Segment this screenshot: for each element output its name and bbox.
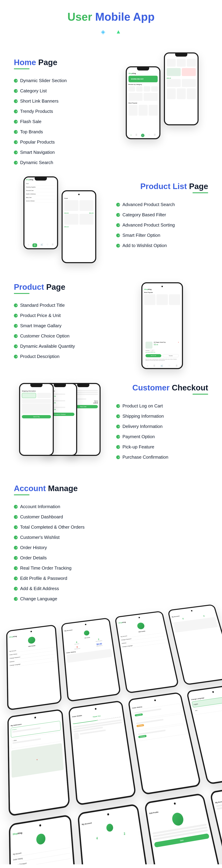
phone-mockup: My Account Will Smith 4Total Orders 2Tot… xyxy=(61,618,121,702)
save-pay-button: Save & Pay xyxy=(22,415,51,418)
product-phones: ShopKing Most Popular Dr Pepper Soda Pop… xyxy=(116,282,208,369)
list-item: Category List xyxy=(14,86,106,96)
checkout-features: Product Log on Cart Shipping Information… xyxy=(116,401,208,462)
list-item: Customer's Wishlist xyxy=(14,532,118,542)
phone-mockup: ShopKing Will Smith My Account Order His… xyxy=(6,624,62,711)
phone-mockup: ShopKing Most Popular Dr Pepper Soda Pop… xyxy=(141,282,183,369)
favorite-button: Favorite xyxy=(163,354,179,357)
list-item: Dynamic Search xyxy=(14,157,106,168)
home-content: Home Page Dynamic Slider Section Categor… xyxy=(14,58,106,168)
checkout-content: Customer Checkout Product Log on Cart Sh… xyxy=(116,383,208,462)
list-item: Product Description xyxy=(14,351,106,362)
list-item: Advanced Product Search xyxy=(116,199,208,210)
list-item: Flash Sale xyxy=(14,117,106,127)
product-content: Product Page Standard Product Title Prod… xyxy=(14,282,106,362)
platform-icons: ◈ ▲ xyxy=(0,28,222,35)
home-features: Dynamic Slider Section Category List Sho… xyxy=(14,75,106,168)
list-item: Category Based Filter xyxy=(116,210,208,220)
product-list-phones: ShopKing Food Cleaning Supplies Personal… xyxy=(14,182,106,268)
list-item: Dynamic Available Quantity xyxy=(14,341,106,351)
product-list-features: Advanced Product Search Category Based F… xyxy=(116,199,208,251)
phone-mockup: ShopKing Will Smith My Account Change Pa… xyxy=(115,611,179,694)
home-section: Home Page Dynamic Slider Section Categor… xyxy=(0,51,222,175)
home-title: Home Page xyxy=(14,58,106,69)
product-list-title: Product List Page xyxy=(116,182,208,193)
account-phones-grid: ShopKing Will Smith My Account Order His… xyxy=(0,597,222,864)
phone-mockup: Food $43.20$64.20 $52.10 xyxy=(62,190,96,263)
list-item: Trendy Products xyxy=(14,106,106,117)
android-icon: ▲ xyxy=(116,28,121,35)
phone-mockup: Shipping Information Save & Pay xyxy=(19,383,54,456)
list-item: Shipping Information xyxy=(116,411,208,421)
list-item: Popular Products xyxy=(14,137,106,147)
list-item: Account Information xyxy=(14,501,118,512)
product-list-section: Product List Page Advanced Product Searc… xyxy=(0,175,222,275)
phone-mockup: ShopKing Food Cleaning Supplies Personal… xyxy=(24,176,58,249)
list-item: Smart Navigation xyxy=(14,147,106,157)
list-item: Add to Wishlist Option xyxy=(116,241,208,251)
product-section: Product Page Standard Product Title Prod… xyxy=(0,275,222,376)
list-item: Purchase Confirmation xyxy=(116,452,208,462)
list-item: Payment Option xyxy=(116,432,208,442)
product-title: Product Page xyxy=(14,282,106,294)
list-item: Advanced Product Sorting xyxy=(116,220,208,230)
phone-mockup: ShopKing My Account Order History Change… xyxy=(9,814,81,864)
home-phones: ShopKing SAVING BIG DAY Browse by Catego… xyxy=(116,58,208,145)
list-item: Customer Choice Option xyxy=(14,331,106,341)
add-to-cart-button: Add To Cart xyxy=(146,354,161,357)
flutter-icon: ◈ xyxy=(101,28,105,35)
title-word-2: Mobile App xyxy=(95,10,155,23)
title-word-1: User xyxy=(67,10,92,23)
list-item: Short Link Banners xyxy=(14,96,106,106)
product-features: Standard Product Title Product Price & U… xyxy=(14,300,106,362)
list-item: Customer Dashboard xyxy=(14,512,118,522)
phone-mockup: Edit Profile Save xyxy=(144,793,222,864)
phone-mockup: My Addresses ● Home ○ Office 📍 xyxy=(7,709,70,817)
checkout-phones: Shipping Information Save & Pay Shopping… xyxy=(14,383,106,470)
phone-mockup: My Account 4 2 xyxy=(77,803,156,864)
account-features: Account Information Customer Dashboard T… xyxy=(14,501,118,604)
list-item: Top Brands xyxy=(14,127,106,137)
main-title: User Mobile App xyxy=(0,10,222,23)
list-item: Delivery Information xyxy=(116,421,208,432)
checkout-title: Customer Checkout xyxy=(116,383,208,395)
list-item: Pick-up Feature xyxy=(116,442,208,452)
phone-banner: SAVING BIG DAY xyxy=(128,76,158,82)
account-title: Account Manage xyxy=(14,484,208,495)
account-content: Account Manage Account Information Custo… xyxy=(14,484,208,604)
list-item: Real Time Order Tracking xyxy=(14,563,118,573)
phone-mockup: Order Details Thank You ●●○ xyxy=(68,700,136,806)
phone-mockup: $58.20 xyxy=(164,53,198,125)
list-item: Product Price & Unit xyxy=(14,310,106,321)
list-item: Order History xyxy=(14,542,118,553)
list-item: Add & Edit Address xyxy=(14,584,118,594)
list-item: Smart Filter Option xyxy=(116,230,208,241)
page-header: User Mobile App ◈ ▲ xyxy=(0,10,222,35)
phone-mockup: ShopKing SAVING BIG DAY Browse by Catego… xyxy=(126,66,160,139)
checkout-section: Customer Checkout Product Log on Cart Sh… xyxy=(0,376,222,477)
list-item: Dynamic Slider Section xyxy=(14,75,106,86)
list-item: Edit Profile & Password xyxy=(14,573,118,584)
list-item: Standard Product Title xyxy=(14,300,106,310)
list-item: Product Log on Cart xyxy=(116,401,208,411)
list-item: Total Completed & Other Orders xyxy=(14,522,118,532)
product-list-content: Product List Page Advanced Product Searc… xyxy=(116,182,208,251)
list-item: Smart Image Gallary xyxy=(14,321,106,331)
list-item: Order Details xyxy=(14,553,118,563)
list-item: Change Language xyxy=(14,594,118,604)
account-section: Account Manage Account Information Custo… xyxy=(0,477,222,611)
